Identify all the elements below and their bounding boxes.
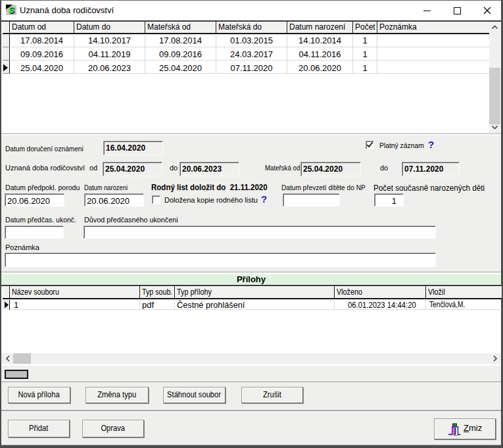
svg-text:S: S: [9, 5, 14, 15]
